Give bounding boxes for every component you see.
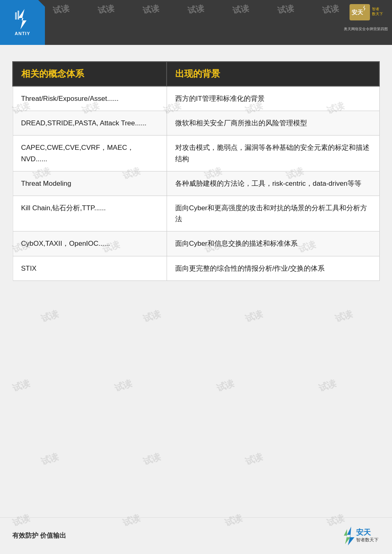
- watermark-label: 试读: [113, 377, 134, 394]
- table-cell-col2: 西方的IT管理和标准化的背景: [167, 86, 379, 111]
- watermark-label: 试读: [39, 307, 60, 325]
- header-watermarks: 试读 试读 试读 试读 试读 试读 试读: [49, 4, 343, 15]
- svg-text:安天: 安天: [351, 9, 363, 16]
- footer: 有效防护 价值输出 安天 智者数天下: [0, 517, 392, 554]
- footer-logo-svg: 安天 智者数天下: [339, 526, 380, 546]
- table-cell-col1: DREAD,STRIDE,PASTA, Attack Tree......: [13, 111, 167, 136]
- table-cell-col2: 各种威胁建模的方法论，工具，risk-centric，data-driven等等: [167, 171, 379, 196]
- header: ANTIY 试读 试读 试读 试读 试读 试读 试读 安天 智者 数天下 奥天网…: [0, 0, 392, 45]
- table-row: CybOX,TAXII，OpenIOC......面向Cyber和信息交换的描述…: [13, 231, 379, 256]
- watermark-label: 试读: [11, 377, 32, 394]
- brand-logo-svg: 安天 智者 数天下: [347, 2, 384, 27]
- table-row: Threat Modeling各种威胁建模的方法论，工具，risk-centri…: [13, 171, 379, 196]
- svg-marker-8: [347, 527, 354, 545]
- table-cell-col1: Threat Modeling: [13, 171, 167, 196]
- header-wm-1: 试读: [52, 3, 70, 17]
- table-row: CAPEC,CWE,CVE,CVRF，MAEC，NVD......对攻击模式，脆…: [13, 136, 379, 171]
- watermark-label: 试读: [141, 450, 163, 468]
- watermark-label: 试读: [333, 307, 354, 325]
- table-cell-col2: 面向Cyber和更高强度的攻击和对抗的场景的分析工具和分析方法: [167, 196, 379, 231]
- watermark-label: 试读: [243, 307, 265, 325]
- watermark-label: 试读: [215, 377, 236, 394]
- table-cell-col2: 面向Cyber和信息交换的描述和标准体系: [167, 231, 379, 256]
- table-row: Kill Chain,钻石分析,TTP......面向Cyber和更高强度的攻击…: [13, 196, 379, 231]
- header-wm-2: 试读: [97, 3, 115, 17]
- table-cell-col1: Kill Chain,钻石分析,TTP......: [13, 196, 167, 231]
- logo-box: ANTIY: [0, 0, 45, 45]
- table-cell-col1: CAPEC,CWE,CVE,CVRF，MAEC，NVD......: [13, 136, 167, 171]
- svg-text:智者: 智者: [372, 7, 379, 11]
- svg-text:安天: 安天: [356, 528, 371, 536]
- watermark-label: 试读: [141, 307, 163, 325]
- main-table: 相关的概念体系 出现的背景 Threat/Risk/Exposure/Asset…: [12, 61, 380, 281]
- main-content: 试读试读试读试读试读试读试读试读试读试读试读试读试读试读试读试读试读试读试读试读…: [0, 45, 392, 494]
- table-header-col2: 出现的背景: [167, 62, 379, 86]
- table-cell-col2: 微软和相关安全厂商所推出的风险管理模型: [167, 111, 379, 136]
- logo-text: ANTIY: [15, 31, 30, 36]
- svg-rect-1: [15, 12, 17, 20]
- table-cell-col1: Threat/Risk/Exposure/Asset......: [13, 86, 167, 111]
- logo-icon: [14, 9, 31, 29]
- header-wm-3: 试读: [142, 3, 160, 17]
- header-wm-5: 试读: [232, 3, 250, 17]
- svg-text:智者数天下: 智者数天下: [356, 537, 379, 542]
- table-row: STIX面向更完整的综合性的情报分析/作业/交换的体系: [13, 256, 379, 280]
- header-wm-4: 试读: [187, 3, 205, 17]
- header-wm-6: 试读: [277, 3, 295, 17]
- svg-text:数天下: 数天下: [372, 12, 383, 16]
- footer-slogan: 有效防护 价值输出: [12, 532, 66, 540]
- header-wm-7: 试读: [322, 3, 340, 17]
- watermark-label: 试读: [317, 377, 338, 394]
- top-right-logo: 安天 智者 数天下 奥天网络安全令牌营第四图: [344, 2, 388, 32]
- table-cell-col2: 对攻击模式，脆弱点，漏洞等各种基础的安全元素的标定和描述结构: [167, 136, 379, 171]
- table-cell-col1: CybOX,TAXII，OpenIOC......: [13, 231, 167, 256]
- table-cell-col1: STIX: [13, 256, 167, 280]
- table-header-col1: 相关的概念体系: [13, 62, 167, 86]
- watermark-label: 试读: [39, 450, 60, 468]
- table-cell-col2: 面向更完整的综合性的情报分析/作业/交换的体系: [167, 256, 379, 280]
- svg-rect-2: [18, 11, 19, 20]
- table-row: DREAD,STRIDE,PASTA, Attack Tree......微软和…: [13, 111, 379, 136]
- table-row: Threat/Risk/Exposure/Asset......西方的IT管理和…: [13, 86, 379, 111]
- svg-marker-0: [18, 9, 27, 29]
- watermark-label: 试读: [243, 450, 265, 468]
- footer-logo: 安天 智者数天下: [339, 526, 380, 546]
- brand-subtitle: 奥天网络安全令牌营第四图: [344, 27, 388, 32]
